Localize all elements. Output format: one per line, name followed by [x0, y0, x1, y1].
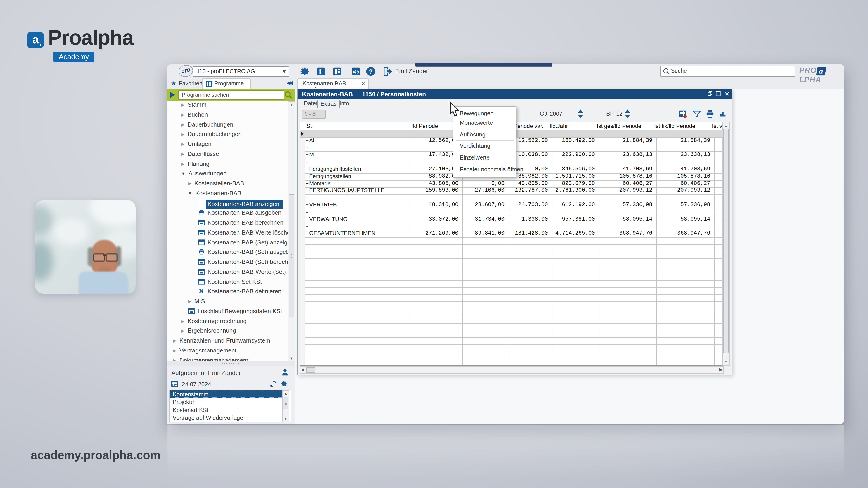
menu-datei[interactable]: Datei	[301, 100, 320, 107]
table-row[interactable]: +VERWALTUNG33.072,0031.734,001.338,00957…	[300, 216, 723, 223]
tab-kostenarten-bab-anzeigen[interactable]: Kostenarten-BAB anzeigen ×	[298, 78, 369, 90]
col-header[interactable]: Ist fix/lfd Periode	[654, 123, 709, 130]
chevron-right-icon[interactable]: ▶	[188, 299, 191, 304]
tree-item-kostenarten-bab-definieren[interactable]: Kostenarten-BAB definieren	[198, 288, 281, 297]
expand-marker[interactable]: -	[305, 144, 309, 151]
scroll-down-icon[interactable]: ▼	[723, 360, 729, 364]
table-row[interactable]: +GESAMTUNTERNEHMEN271.269,0089.841,00181…	[300, 230, 723, 237]
tree-scrollbar[interactable]: ▲ ▼	[288, 101, 295, 362]
context-menu-item-verdichtung[interactable]: Verdichtung	[454, 142, 516, 151]
table-row-empty[interactable]	[300, 273, 723, 280]
restore-window-icon[interactable]	[708, 91, 714, 97]
scroll-up-icon[interactable]: ▲	[283, 392, 289, 396]
tree-item-kostenarten-bab[interactable]: ▼Kostenarten-BAB	[188, 190, 241, 199]
gj-spinner[interactable]	[578, 109, 584, 119]
tree-item-vertragsmanagement[interactable]: ▶Vertragsmanagement	[173, 347, 237, 357]
table-row-empty[interactable]	[300, 294, 723, 302]
table-row-empty[interactable]	[300, 259, 723, 266]
tree-item-kennzahlen-und-fr-hwarnsystem[interactable]: ▶Kennzahlen- und Frühwarnsystem	[173, 337, 270, 347]
scroll-left-icon[interactable]: ◀	[301, 367, 304, 372]
task-item-kostenart-kst[interactable]: Kostenart KSt	[169, 406, 287, 414]
scroll-up-icon[interactable]: ▲	[723, 124, 729, 128]
layout-panel-icon[interactable]	[315, 66, 327, 77]
expand-marker[interactable]: -	[305, 194, 309, 201]
context-menu-item-monatswerte[interactable]: Monatswerte	[454, 119, 516, 128]
tree-item-kostenarten-bab-set-anzeigen[interactable]: Kostenarten-BAB (Set) anzeigen	[198, 239, 294, 248]
chevron-right-icon[interactable]: ▶	[173, 338, 176, 343]
maximize-window-icon[interactable]	[716, 91, 722, 97]
col-header[interactable]: Ist ges/lfd Periode	[597, 123, 651, 130]
table-row-empty[interactable]	[300, 352, 723, 359]
col-header[interactable]: Ist va	[712, 123, 722, 130]
expand-marker[interactable]: +	[305, 173, 309, 180]
table-row[interactable]: -	[300, 194, 723, 201]
scroll-down-icon[interactable]: ▼	[283, 417, 289, 421]
logout-icon[interactable]	[381, 66, 393, 77]
bab-select-button[interactable]: 0 - B	[302, 110, 326, 119]
menu-info[interactable]: Info	[337, 100, 352, 107]
table-row-empty[interactable]	[300, 252, 723, 259]
tab-favoriten[interactable]: ★Favoriten	[171, 79, 202, 87]
tree-item-kostenarten-bab-anzeigen[interactable]: Kostenarten-BAB anzeigen★	[198, 199, 293, 209]
tree-item-kostenarten-bab-set-ausgeben[interactable]: Kostenarten-BAB (Set) ausgeben	[198, 249, 295, 258]
tree-item-ergebnisrechnung[interactable]: ▶Ergebnisrechnung	[181, 327, 236, 337]
table-row-empty[interactable]	[300, 316, 723, 323]
tree-item-buchen[interactable]: ▶Buchen	[181, 111, 208, 121]
context-menu-item-aufl-sung[interactable]: Auflösung	[454, 130, 516, 139]
table-row-empty[interactable]	[300, 323, 723, 330]
grid-settings-icon[interactable]	[679, 110, 688, 119]
table-row-empty[interactable]	[300, 330, 723, 337]
sidebar-splitter[interactable]	[167, 361, 295, 366]
global-search-input[interactable]: Suche	[660, 66, 795, 77]
tree-item-kostentr-gerrechnung[interactable]: ▶Kostenträgerrechnung	[181, 318, 247, 327]
tree-item-kostenarten-bab-werte-set-l-schen[interactable]: Kostenarten-BAB-Werte (Set) löschen	[198, 268, 295, 278]
tab-programme[interactable]: Programme	[202, 78, 251, 90]
filter-funnel-icon[interactable]	[692, 110, 702, 119]
task-item-vertr-ge-auf-wiedervorlage[interactable]: Verträge auf Wiedervorlage	[169, 414, 287, 422]
print-icon[interactable]	[706, 110, 715, 119]
close-window-icon[interactable]: ✕	[724, 91, 730, 97]
tree-item-kostenarten-bab-set-berechnen[interactable]: Kostenarten-BAB (Set) berechnen	[198, 258, 295, 268]
expand-marker[interactable]: -	[305, 209, 309, 216]
table-row-empty[interactable]	[300, 266, 723, 273]
chevron-right-icon[interactable]: ▶	[173, 348, 176, 353]
person-icon[interactable]	[281, 368, 289, 376]
expand-marker[interactable]: +	[305, 187, 309, 194]
scrollbar-thumb[interactable]	[283, 397, 288, 410]
col-header[interactable]: lfd.Periode	[411, 123, 458, 130]
table-row-empty[interactable]	[300, 344, 723, 352]
chevron-right-icon[interactable]: ▶	[181, 132, 184, 137]
table-row[interactable]: +Montage43.805,000,0043.805,00823.079,00…	[300, 180, 723, 187]
expand-marker[interactable]: +	[305, 152, 309, 158]
table-row-empty[interactable]	[300, 301, 723, 308]
chevron-down-icon[interactable]: ▼	[181, 171, 185, 176]
scrollbar-thumb[interactable]	[306, 367, 315, 373]
expand-marker[interactable]: +	[305, 137, 309, 144]
expand-marker[interactable]: +	[305, 230, 309, 237]
tree-item-dauerumbuchungen[interactable]: ▶Dauerumbuchungen	[181, 131, 242, 140]
expand-marker[interactable]: +	[305, 180, 309, 187]
task-item-kontenstamm[interactable]: Kontenstamm	[169, 390, 287, 398]
chevron-down-icon[interactable]: ▼	[188, 191, 192, 196]
tree-item-stamm[interactable]: ▶Stamm	[181, 101, 206, 111]
tree-item-dokumentenmanagement[interactable]: ▶Dokumentenmanagement	[173, 357, 248, 362]
task-item-projekte[interactable]: Projekte	[169, 398, 287, 406]
table-row-empty[interactable]	[300, 337, 723, 344]
context-menu-item-bewegungen[interactable]: Bewegungen	[454, 109, 516, 119]
tree-item-kostenarten-set-kst[interactable]: Kostenarten-Set KSt	[198, 278, 262, 288]
table-row-empty[interactable]	[300, 245, 723, 252]
settings-gear-icon[interactable]	[299, 66, 311, 77]
tree-item-auswertungen[interactable]: ▼Auswertungen	[181, 170, 226, 180]
gear-icon[interactable]	[280, 380, 288, 388]
run-program-icon[interactable]	[170, 92, 175, 98]
tree-item-kostenarten-bab-ausgeben[interactable]: Kostenarten-BAB ausgeben	[198, 209, 281, 219]
task-list-scrollbar[interactable]: ▲ ▼	[282, 390, 289, 422]
calendar-icon[interactable]	[171, 380, 179, 387]
tree-item-datenfl-sse[interactable]: ▶Datenflüsse	[181, 151, 219, 160]
table-row-empty[interactable]	[300, 308, 723, 316]
help-icon[interactable]: ?	[365, 66, 377, 77]
collapse-sidebar-icon[interactable]: ◀◀	[287, 80, 291, 86]
table-row-empty[interactable]	[300, 280, 723, 287]
scrollbar-thumb[interactable]	[723, 129, 729, 353]
table-row[interactable]: -	[300, 209, 723, 216]
